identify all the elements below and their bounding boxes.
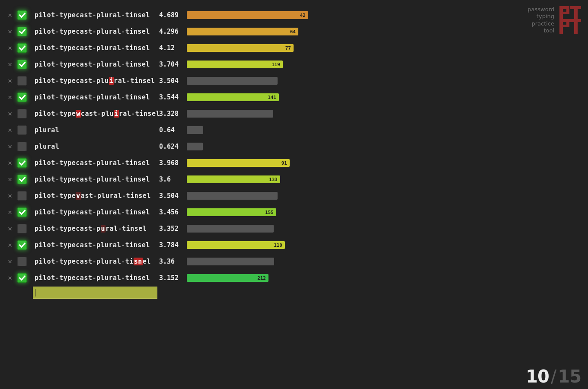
attempt-row: ✕pilot-typewcast-pluiral-tinsel3.328 xyxy=(6,105,308,122)
incorrect-checkbox-icon xyxy=(17,257,27,266)
correct-checkbox-icon xyxy=(17,43,27,53)
delete-attempt-icon[interactable]: ✕ xyxy=(6,77,14,85)
delete-attempt-icon[interactable]: ✕ xyxy=(6,241,14,249)
delete-attempt-icon[interactable]: ✕ xyxy=(6,225,14,233)
speed-value: 91 xyxy=(281,159,287,167)
delete-attempt-icon[interactable]: ✕ xyxy=(6,28,14,35)
attempt-row: ✕pilot-typecast-plural-tinsel3.96891 xyxy=(6,155,308,171)
attempt-row: ✕pilot-typecast-plural-tinsel4.68942 xyxy=(6,7,308,23)
attempt-time: 0.624 xyxy=(159,143,185,150)
delete-attempt-icon[interactable]: ✕ xyxy=(6,110,14,118)
attempt-time: 3.152 xyxy=(159,274,185,282)
attempt-list: ✕pilot-typecast-plural-tinsel4.68942✕pil… xyxy=(6,7,308,299)
attempt-time: 3.456 xyxy=(159,208,185,216)
attempt-time: 0.64 xyxy=(159,126,185,134)
speed-bar: 212 xyxy=(187,274,268,282)
attempt-time: 3.352 xyxy=(159,225,185,233)
typed-text: pilot-typecast-plural-tisnel xyxy=(35,258,159,265)
speed-bar: 110 xyxy=(187,241,285,249)
caret-icon xyxy=(35,289,35,297)
incorrect-checkbox-icon xyxy=(17,125,27,135)
typed-text: pilot-typecast-pural-tinsel xyxy=(35,225,159,233)
incorrect-checkbox-icon xyxy=(17,109,27,118)
speed-value: 42 xyxy=(300,11,306,19)
attempt-time: 3.36 xyxy=(159,258,185,265)
typed-text: pilot-typewcast-pluiral-tinsel xyxy=(35,110,159,118)
correct-checkbox-icon xyxy=(17,240,27,250)
correct-checkbox-icon xyxy=(17,60,27,69)
typed-text: plural xyxy=(35,126,159,134)
delete-attempt-icon[interactable]: ✕ xyxy=(6,258,14,265)
typed-text: pilot-typecast-plural-tinsel xyxy=(35,159,159,167)
score-correct: 10 xyxy=(526,367,549,386)
input-row xyxy=(33,286,308,299)
speed-bar: 141 xyxy=(187,93,279,101)
delete-attempt-icon[interactable]: ✕ xyxy=(6,175,14,183)
delete-attempt-icon[interactable]: ✕ xyxy=(6,44,14,52)
typed-text: pilot-typecast-plural-tinsel xyxy=(35,274,159,282)
speed-value: 110 xyxy=(274,241,282,249)
typed-text: plural xyxy=(35,143,159,150)
brand-block: password typing practice tool xyxy=(527,6,581,35)
attempt-time: 3.504 xyxy=(159,192,185,200)
correct-checkbox-icon xyxy=(17,10,27,20)
delete-attempt-icon[interactable]: ✕ xyxy=(6,93,14,101)
attempt-row: ✕pilot-typecast-plural-tinsel4.1277 xyxy=(6,40,308,56)
delete-attempt-icon[interactable]: ✕ xyxy=(6,61,14,68)
typed-text: pilot-typevast-plural-tinsel xyxy=(35,192,159,200)
brand-word-4: tool xyxy=(543,27,554,34)
speed-value: 155 xyxy=(265,208,274,216)
speed-bar: 119 xyxy=(187,61,283,68)
incorrect-checkbox-icon xyxy=(17,191,27,201)
speed-bar: 77 xyxy=(187,44,294,52)
incorrect-checkbox-icon xyxy=(17,224,27,233)
duration-bar xyxy=(187,77,278,85)
delete-attempt-icon[interactable]: ✕ xyxy=(6,143,14,150)
delete-attempt-icon[interactable]: ✕ xyxy=(6,208,14,216)
delete-attempt-icon[interactable]: ✕ xyxy=(6,126,14,134)
speed-value: 133 xyxy=(269,175,278,183)
speed-bar: 42 xyxy=(187,11,308,19)
attempt-row: ✕pilot-typecast-plural-tinsel4.29664 xyxy=(6,23,308,40)
delete-attempt-icon[interactable]: ✕ xyxy=(6,192,14,200)
duration-bar xyxy=(187,126,203,134)
correct-checkbox-icon xyxy=(17,92,27,102)
speed-bar: 155 xyxy=(187,208,276,216)
speed-value: 212 xyxy=(257,274,266,282)
correct-checkbox-icon xyxy=(17,175,27,184)
attempt-row: ✕pilot-typecast-plural-tinsel3.456155 xyxy=(6,204,308,220)
speed-value: 119 xyxy=(272,61,280,68)
brand-word-3: practice xyxy=(531,20,554,27)
attempt-row: ✕plural0.64 xyxy=(6,122,308,138)
attempt-time: 3.544 xyxy=(159,93,185,101)
ptpt-logo-icon xyxy=(559,6,581,35)
speed-bar: 133 xyxy=(187,175,280,183)
attempt-row: ✕pilot-typecast-plural-tinsel3.544141 xyxy=(6,89,308,105)
typed-text: pilot-typecast-plural-tinsel xyxy=(35,28,159,35)
svg-rect-5 xyxy=(574,6,578,19)
typed-text: pilot-typecast-plural-tinsel xyxy=(35,61,159,68)
speed-bar: 91 xyxy=(187,159,290,167)
typed-text: pilot-typecast-pluiral-tinsel xyxy=(35,77,159,85)
attempt-time: 3.704 xyxy=(159,61,185,68)
password-input[interactable] xyxy=(33,287,157,299)
speed-value: 141 xyxy=(268,93,276,101)
attempt-row: ✕pilot-typecast-plural-tisnel3.36 xyxy=(6,253,308,270)
attempt-row: ✕pilot-typecast-pural-tinsel3.352 xyxy=(6,220,308,237)
attempt-row: ✕plural0.624 xyxy=(6,138,308,155)
speed-value: 77 xyxy=(285,44,291,52)
attempt-time: 4.296 xyxy=(159,28,185,35)
delete-attempt-icon[interactable]: ✕ xyxy=(6,11,14,19)
correct-checkbox-icon xyxy=(17,273,27,283)
typed-text: pilot-typecast-plural-tinsel xyxy=(35,11,159,19)
incorrect-checkbox-icon xyxy=(17,76,27,86)
delete-attempt-icon[interactable]: ✕ xyxy=(6,274,14,282)
score-total: 15 xyxy=(558,367,581,386)
attempt-row: ✕pilot-typecast-plural-tinsel3.784110 xyxy=(6,237,308,253)
svg-rect-3 xyxy=(559,12,569,14)
duration-bar xyxy=(187,143,203,150)
duration-bar xyxy=(187,192,278,200)
delete-attempt-icon[interactable]: ✕ xyxy=(6,159,14,167)
attempt-time: 3.504 xyxy=(159,77,185,85)
attempt-time: 3.328 xyxy=(159,110,185,118)
